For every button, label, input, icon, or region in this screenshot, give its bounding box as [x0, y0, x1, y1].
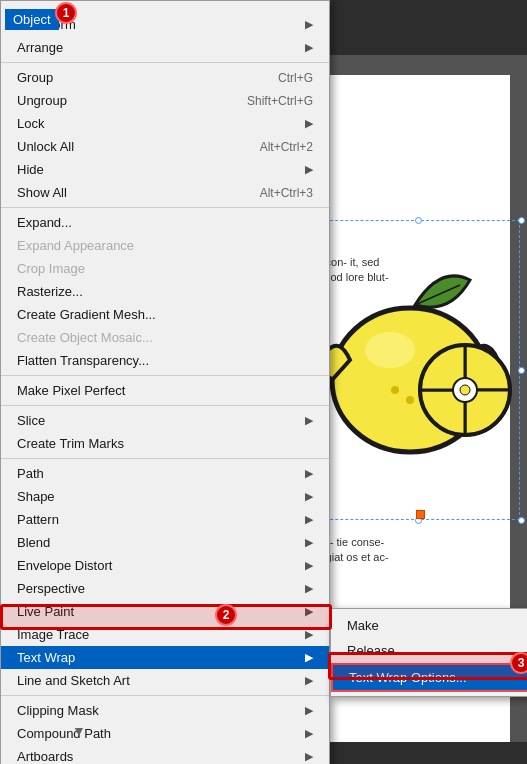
arrow-icon: ▶ [305, 117, 313, 130]
menu-item-create-gradient-mesh[interactable]: Create Gradient Mesh... [1, 303, 329, 326]
arrow-icon: ▶ [305, 536, 313, 549]
menu-item-live-paint[interactable]: Live Paint ▶ [1, 600, 329, 623]
menu-item-perspective[interactable]: Perspective ▶ [1, 577, 329, 600]
separator [1, 62, 329, 63]
arrow-icon: ▶ [305, 163, 313, 176]
menu-item-arrange[interactable]: Arrange ▶ [1, 36, 329, 59]
menu-item-hide[interactable]: Hide ▶ [1, 158, 329, 181]
arrow-icon: ▶ [305, 582, 313, 595]
menu-item-lock[interactable]: Lock ▶ [1, 112, 329, 135]
arrow-icon: ▶ [305, 674, 313, 687]
svg-point-1 [365, 332, 415, 368]
submenu-item-release[interactable]: Release [331, 638, 527, 663]
submenu-item-make[interactable]: Make [331, 613, 527, 638]
submenu-item-text-wrap-options[interactable]: Text Wrap Options... [331, 663, 527, 692]
menu-item-slice[interactable]: Slice ▶ [1, 409, 329, 432]
separator [1, 458, 329, 459]
menu-item-artboards[interactable]: Artboards ▶ [1, 745, 329, 764]
svg-point-6 [460, 385, 470, 395]
menu-item-compound-path[interactable]: Compound Path ▶ [1, 722, 329, 745]
selection-handle-mr[interactable] [518, 367, 525, 374]
selection-handle-tr[interactable] [518, 217, 525, 224]
arrow-icon: ▶ [305, 727, 313, 740]
annotation-1: 1 [55, 2, 77, 24]
text-wrap-submenu: Make Release Text Wrap Options... [330, 608, 527, 697]
svg-point-3 [391, 386, 399, 394]
arrow-icon: ▶ [305, 628, 313, 641]
separator [1, 405, 329, 406]
arrow-icon: ▶ [305, 18, 313, 31]
arrow-icon: ▶ [305, 467, 313, 480]
arrow-icon: ▶ [305, 651, 313, 664]
selection-handle-tm[interactable] [415, 217, 422, 224]
menu-item-show-all[interactable]: Show All Alt+Ctrl+3 [1, 181, 329, 204]
menu-item-make-pixel-perfect[interactable]: Make Pixel Perfect [1, 379, 329, 402]
separator [1, 375, 329, 376]
menu-item-create-trim-marks[interactable]: Create Trim Marks [1, 432, 329, 455]
separator [1, 695, 329, 696]
anchor-point [416, 510, 425, 519]
bottom-expand-arrow[interactable]: ▼ [72, 723, 86, 739]
annotation-3: 3 [510, 652, 527, 674]
lemon-illustration [320, 235, 520, 485]
arrow-icon: ▶ [305, 41, 313, 54]
selection-handle-br[interactable] [518, 517, 525, 524]
arrow-icon: ▶ [305, 704, 313, 717]
arrow-icon: ▶ [305, 605, 313, 618]
menu-item-envelope-distort[interactable]: Envelope Distort ▶ [1, 554, 329, 577]
menu-item-expand[interactable]: Expand... [1, 211, 329, 234]
menu-item-ungroup[interactable]: Ungroup Shift+Ctrl+G [1, 89, 329, 112]
separator [1, 207, 329, 208]
annotation-2: 2 [215, 604, 237, 626]
arrow-icon: ▶ [305, 750, 313, 763]
menu-item-line-sketch-art[interactable]: Line and Sketch Art ▶ [1, 669, 329, 692]
menu-item-create-object-mosaic[interactable]: Create Object Mosaic... [1, 326, 329, 349]
menu-item-crop-image[interactable]: Crop Image [1, 257, 329, 280]
object-menu-header[interactable]: Object [5, 9, 59, 30]
menu-item-expand-appearance[interactable]: Expand Appearance [1, 234, 329, 257]
menu-item-rasterize[interactable]: Rasterize... [1, 280, 329, 303]
menu-item-path[interactable]: Path ▶ [1, 462, 329, 485]
menu-item-clipping-mask[interactable]: Clipping Mask ▶ [1, 699, 329, 722]
menu-item-unlock-all[interactable]: Unlock All Alt+Ctrl+2 [1, 135, 329, 158]
arrow-icon: ▶ [305, 490, 313, 503]
menu-item-flatten-transparency[interactable]: Flatten Transparency... [1, 349, 329, 372]
menu-item-group[interactable]: Group Ctrl+G [1, 66, 329, 89]
menu-item-blend[interactable]: Blend ▶ [1, 531, 329, 554]
arrow-icon: ▶ [305, 414, 313, 427]
menu-item-shape[interactable]: Shape ▶ [1, 485, 329, 508]
menu-item-pattern[interactable]: Pattern ▶ [1, 508, 329, 531]
arrow-icon: ▶ [305, 559, 313, 572]
menu-item-image-trace[interactable]: Image Trace ▶ [1, 623, 329, 646]
arrow-icon: ▶ [305, 513, 313, 526]
object-menu: Object Transform ▶ Arrange ▶ Group Ctrl+… [0, 0, 330, 764]
svg-point-4 [406, 396, 414, 404]
menu-item-text-wrap[interactable]: Text Wrap ▶ [1, 646, 329, 669]
